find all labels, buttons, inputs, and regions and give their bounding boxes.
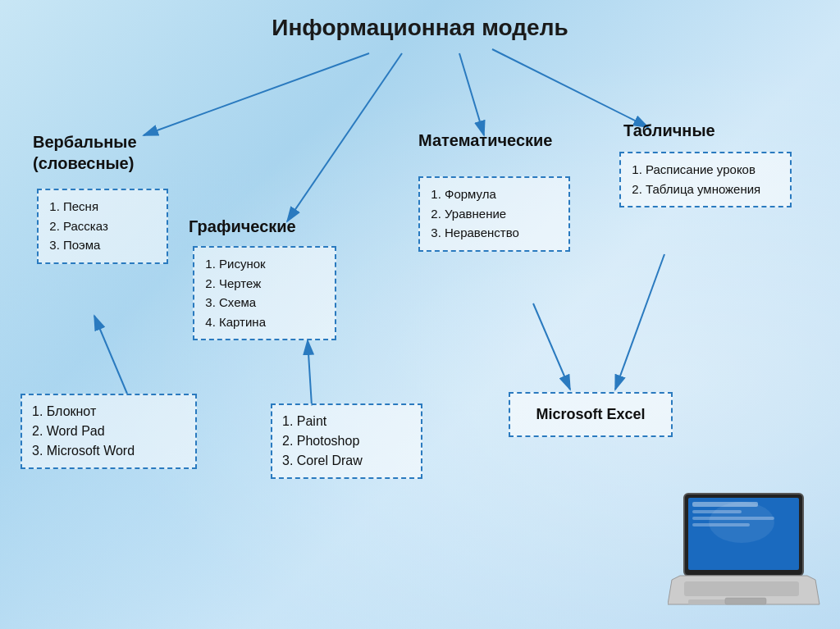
svg-line-7 <box>308 340 312 406</box>
text-editor-item-3: 3. Microsoft Word <box>32 444 135 458</box>
svg-line-5 <box>492 49 648 127</box>
tabular-item-2: Таблица умножения <box>646 180 780 199</box>
graphical-item-2: Чертеж <box>219 275 325 294</box>
svg-line-9 <box>615 254 664 390</box>
tabular-category-title: Табличные <box>623 121 715 140</box>
graphic-editor-item-1: 1. Paint <box>282 414 326 428</box>
svg-line-6 <box>94 316 127 394</box>
text-editors-box: 1. Блокнот 2. Word Pad 3. Microsoft Word <box>21 394 197 469</box>
verbal-item-1: Песня <box>63 198 157 217</box>
graphic-editor-item-3: 3. Corel Draw <box>282 454 363 467</box>
tabular-item-1: Расписание уроков <box>646 161 780 180</box>
page-title: Информационная модель <box>272 15 568 41</box>
svg-rect-16 <box>684 581 799 596</box>
mathematical-item-2: Уравнение <box>445 205 559 224</box>
verbal-category-title: Вербальные(словесные) <box>33 131 197 174</box>
svg-line-8 <box>533 303 570 390</box>
mathematical-item-3: Неравенство <box>445 224 559 243</box>
spreadsheet-box: Microsoft Excel <box>509 392 673 437</box>
graphical-category-title: Графические <box>189 217 296 236</box>
mathematical-item-1: Формула <box>445 185 559 204</box>
svg-point-19 <box>709 502 774 543</box>
verbal-item-3: Поэма <box>63 236 157 255</box>
graphic-editor-item-2: 2. Photoshop <box>282 434 359 448</box>
graphical-item-4: Картина <box>219 313 325 332</box>
spreadsheet-label: Microsoft Excel <box>536 406 645 422</box>
verbal-items-box: Песня Рассказ Поэма <box>37 189 168 264</box>
graphical-item-3: Схема <box>219 294 325 312</box>
laptop-illustration <box>668 490 832 621</box>
svg-line-4 <box>459 53 484 135</box>
verbal-item-2: Рассказ <box>63 217 157 236</box>
graphical-items-box: Рисунок Чертеж Схема Картина <box>193 246 336 340</box>
graphic-editors-box: 1. Paint 2. Photoshop 3. Corel Draw <box>271 403 422 479</box>
text-editor-item-2: 2. Word Pad <box>32 424 105 438</box>
main-container: Информационная модель Вербальные(сл <box>0 0 840 629</box>
tabular-items-box: Расписание уроков Таблица умножения <box>619 152 792 207</box>
graphical-item-1: Рисунок <box>219 255 325 274</box>
svg-line-3 <box>287 53 402 221</box>
mathematical-items-box: Формула Уравнение Неравенство <box>418 176 570 252</box>
text-editor-item-1: 1. Блокнот <box>32 404 96 418</box>
svg-rect-18 <box>725 598 766 604</box>
svg-line-2 <box>144 53 369 135</box>
mathematical-category-title: Математические <box>418 131 552 150</box>
